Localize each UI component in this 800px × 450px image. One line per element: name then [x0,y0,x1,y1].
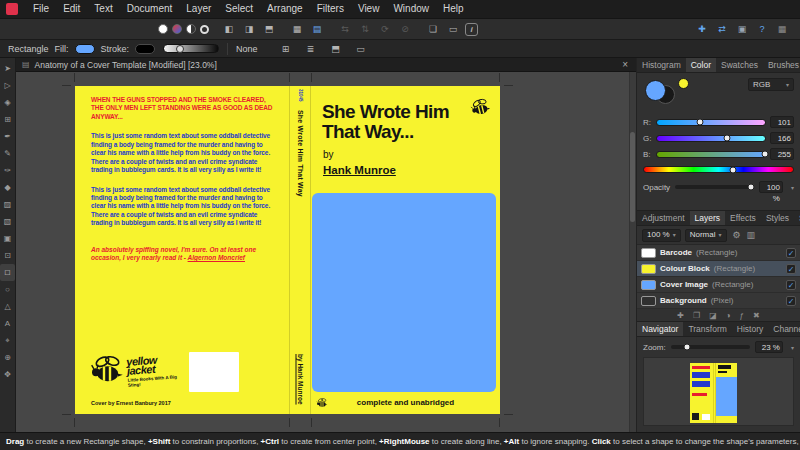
rectangle-tool[interactable]: □ [0,264,15,281]
menu-layer[interactable]: Layer [179,0,218,18]
flip-horizontal-icon[interactable]: ⇆ [337,21,353,37]
shape-tool[interactable]: △ [0,298,15,315]
tab-effects[interactable]: Effects [725,211,761,225]
channel-knob[interactable] [696,119,703,126]
gradient-tool[interactable]: ▨ [0,196,15,213]
fill-tool[interactable]: ◆ [0,179,15,196]
close-document-icon[interactable]: × [620,59,630,70]
channel-slider[interactable] [656,119,766,126]
rotate-icon[interactable]: ⟳ [377,21,393,37]
color-selector[interactable] [643,78,691,108]
tab-color[interactable]: Color [686,58,716,72]
tab-swatches[interactable]: Swatches [716,58,763,72]
hue-slider[interactable] [643,166,794,173]
delete-layer-icon[interactable]: ✖ [753,311,760,320]
view-tool[interactable]: ✥ [0,366,15,383]
align-icon[interactable]: ≣ [303,41,319,57]
node-tool[interactable]: ▷ [0,77,15,94]
channel-value[interactable]: 255 [770,148,794,160]
channel-value[interactable]: 166 [770,132,794,144]
stroke-width-knob[interactable] [176,45,184,53]
corner-tool[interactable]: ◈ [0,94,15,111]
spine[interactable]: 31045 She Wrote Him That Way by Hank Mun… [289,86,311,414]
layer-visibility-checkbox[interactable]: ✓ [786,264,796,274]
channel-value[interactable]: 101 [770,116,794,128]
menu-edit[interactable]: Edit [56,0,87,18]
channel-slider[interactable] [656,135,766,142]
none-swatch-icon[interactable] [200,25,209,34]
canvas[interactable]: WHEN THE GUNS STOPPED AND THE SMOKE CLEA… [16,72,636,432]
zoom-value[interactable]: 23 % [755,341,783,353]
menu-document[interactable]: Document [120,0,180,18]
layer-row[interactable]: Colour Block(Rectangle)✓ [637,261,800,277]
color-mode-dropdown[interactable]: RGB▾ [748,78,794,91]
insert-inside-icon[interactable]: ◨ [241,21,257,37]
menu-file[interactable]: File [26,0,56,18]
front-by-label[interactable]: by [323,149,500,160]
insert-top-icon[interactable]: ⬒ [261,21,277,37]
help-icon[interactable]: ? [754,21,770,37]
apps-icon[interactable]: ▦ [774,21,790,37]
front-author[interactable]: Hank Munroe [323,164,396,176]
menu-select[interactable]: Select [218,0,260,18]
gradient-swatch-icon[interactable] [172,24,182,34]
place-image-tool[interactable]: ▣ [0,230,15,247]
layer-visibility-checkbox[interactable]: ✓ [786,280,796,290]
primary-color-swatch[interactable] [645,80,666,101]
layer-row[interactable]: Barcode(Rectangle)✓ [637,245,800,261]
vector-crop-tool[interactable]: ⊡ [0,247,15,264]
tab-transform[interactable]: Transform [683,322,731,336]
front-cover[interactable]: She Wrote HimThat Way... by Hank Munroe … [311,86,500,414]
guides-icon[interactable]: ▤ [309,21,325,37]
text-tool[interactable]: A [0,315,15,332]
zoom-tool[interactable]: ⊕ [0,349,15,366]
channel-knob[interactable] [724,135,731,142]
tab-layers[interactable]: Layers [690,211,726,225]
mask-icon[interactable]: ◪ [709,311,717,320]
brush-tool[interactable]: ✑ [0,162,15,179]
publisher-logo[interactable]: yellow jacket Little Books With A Big St… [89,352,239,392]
blend-mode-dropdown[interactable]: Normal▾ [685,229,727,242]
barcode[interactable] [189,352,239,392]
order-icon[interactable]: ⬒ [328,41,344,57]
menu-help[interactable]: Help [436,0,471,18]
navigator-thumbnail[interactable] [690,363,750,423]
transparency-tool[interactable]: ▧ [0,213,15,230]
add-group-icon[interactable]: ❐ [693,311,700,320]
crop-tool[interactable]: ⊞ [0,111,15,128]
menu-arrange[interactable]: Arrange [260,0,310,18]
tab-channels[interactable]: Channels [768,322,800,336]
grid-icon[interactable]: ▦ [289,21,305,37]
back-cover[interactable]: WHEN THE GUNS STOPPED AND THE SMOKE CLEA… [75,86,289,414]
navigator-viewport[interactable] [643,357,794,426]
zoom-slider[interactable] [671,345,750,349]
layer-row[interactable]: Background(Pixel)✓ [637,293,800,309]
channel-slider[interactable] [656,151,766,158]
add-layer-icon[interactable]: ✚ [677,311,684,320]
stroke-style-value[interactable]: None [236,44,258,54]
move-tool[interactable]: ➤ [0,60,15,77]
alternate-color-swatch[interactable] [678,78,689,89]
back-cover-paragraph[interactable]: This is just some random text about some… [91,132,271,174]
menu-view[interactable]: View [351,0,387,18]
tab-history[interactable]: History [732,322,768,336]
app-logo-icon[interactable] [6,3,18,15]
cover-credit[interactable]: Cover by Ernest Banbury 2017 [91,400,171,406]
tab-adjustment[interactable]: Adjustment [637,211,690,225]
scrollbar-thumb[interactable] [630,132,635,222]
menu-window[interactable]: Window [386,0,436,18]
tab-brushes[interactable]: Brushes [763,58,800,72]
menu-filters[interactable]: Filters [310,0,351,18]
snapshot-icon[interactable]: ▣ [734,21,750,37]
layer-settings-icon[interactable]: ⚙ [733,230,741,240]
opacity-value[interactable]: 100 % [759,181,783,193]
adjustment-icon[interactable]: ◑ [726,311,731,320]
front-title[interactable]: She Wrote HimThat Way... [322,102,492,142]
white-swatch-icon[interactable] [158,24,168,34]
back-cover-paragraph[interactable]: This is just some random text about some… [91,186,271,228]
spine-author[interactable]: by Hank Munroe [297,354,304,405]
lock-icon[interactable]: ⊘ [397,21,413,37]
snap-icon[interactable]: ⊞ [278,41,294,57]
quote-attribution-link[interactable]: Algernon Moncrief [188,254,245,261]
spine-code[interactable]: 31045 [298,89,303,102]
